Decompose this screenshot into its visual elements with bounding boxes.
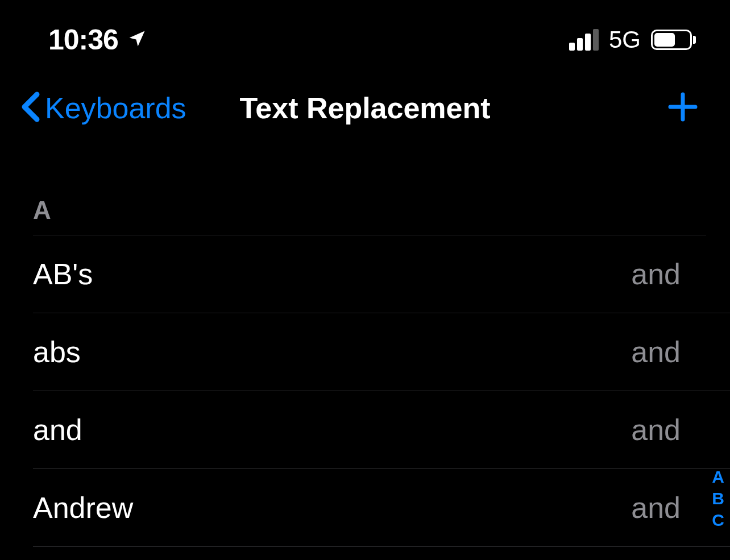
network-type: 5G: [609, 26, 641, 53]
status-left: 10:36: [48, 23, 147, 56]
location-icon: [127, 28, 147, 51]
section-header: A: [33, 196, 706, 235]
item-shortcut: and: [631, 257, 706, 291]
item-shortcut: and: [631, 491, 706, 525]
back-label: Keyboards: [45, 91, 186, 125]
status-bar: 10:36 5G: [0, 0, 730, 74]
item-phrase: AB's: [33, 257, 93, 291]
status-right: 5G: [569, 26, 696, 53]
item-phrase: and: [33, 413, 82, 447]
item-shortcut: and: [631, 413, 706, 447]
item-phrase: Andrew: [33, 491, 133, 525]
list-item[interactable]: AB's and: [33, 235, 730, 313]
add-button[interactable]: [667, 91, 699, 125]
cellular-signal-icon: [569, 29, 599, 51]
chevron-left-icon: [20, 91, 40, 125]
battery-icon: [651, 30, 696, 50]
back-button[interactable]: Keyboards: [20, 91, 186, 125]
page-title: Text Replacement: [239, 91, 490, 125]
alpha-index[interactable]: A B C: [712, 466, 724, 531]
item-shortcut: and: [631, 335, 706, 369]
plus-icon: [667, 91, 699, 123]
list-item[interactable]: and and: [33, 391, 730, 469]
list-item[interactable]: abs and: [33, 313, 730, 391]
navigation-bar: Keyboards Text Replacement: [0, 74, 730, 148]
index-letter[interactable]: B: [712, 488, 724, 509]
status-time: 10:36: [48, 23, 118, 56]
list-item[interactable]: Andrew and: [33, 469, 730, 547]
index-letter[interactable]: A: [712, 466, 724, 488]
item-phrase: abs: [33, 335, 81, 369]
replacement-list: A AB's and abs and and and Andrew and: [0, 196, 730, 547]
index-letter[interactable]: C: [712, 509, 724, 531]
